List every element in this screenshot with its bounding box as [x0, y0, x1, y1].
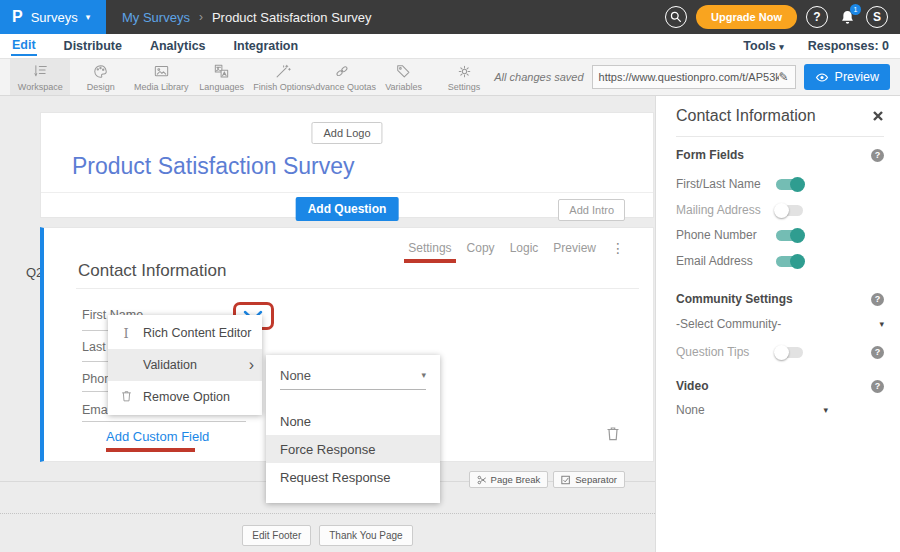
toolbar-item-advance-quotas[interactable]: Advance Quotas: [312, 59, 373, 95]
add-custom-field-link[interactable]: Add Custom Field: [106, 429, 209, 444]
autosave-status: All changes saved: [494, 71, 583, 83]
question-copy-action[interactable]: Copy: [467, 241, 495, 255]
video-select[interactable]: None ▾: [676, 403, 828, 417]
add-question-button[interactable]: Add Question: [296, 197, 399, 221]
tag-icon: [395, 63, 412, 80]
menu-item-validation[interactable]: Validation ›: [108, 349, 262, 381]
workspace-icon: [32, 63, 49, 80]
palette-icon: [92, 63, 109, 80]
submenu-arrow-icon: ›: [249, 357, 254, 373]
toggle-question-tips[interactable]: [776, 347, 803, 358]
brand-logo: P: [12, 8, 23, 26]
question-preview-action[interactable]: Preview: [553, 241, 596, 255]
tab-analytics[interactable]: Analytics: [149, 37, 207, 55]
form-fields-heading: Form Fields: [676, 148, 744, 162]
image-icon: [153, 63, 170, 80]
toolbar-item-variables[interactable]: Variables: [373, 59, 433, 95]
checkbox-icon: [561, 475, 571, 485]
toggle-first-last-name[interactable]: [776, 179, 803, 190]
menu-item-remove-option[interactable]: Remove Option: [108, 381, 262, 413]
notifications-button[interactable]: 1: [837, 6, 857, 28]
help-icon[interactable]: ?: [871, 346, 884, 359]
caret-down-icon: ▾: [823, 406, 828, 415]
field-email-line: [82, 421, 246, 422]
toggle-label-first-last-name: First/Last Name: [676, 177, 761, 191]
validation-option-none[interactable]: None: [266, 407, 440, 435]
question-logic-action[interactable]: Logic: [510, 241, 539, 255]
question-actions: Settings Copy Logic Preview ⋮: [408, 240, 625, 256]
field-options-menu: I Rich Content Editor Validation › Remov…: [108, 315, 262, 415]
separator-button[interactable]: Separator: [553, 471, 625, 488]
page-break-button[interactable]: Page Break: [469, 471, 549, 488]
divider: [676, 136, 884, 137]
edit-footer-button[interactable]: Edit Footer: [242, 525, 311, 546]
breadcrumb-separator: ›: [199, 10, 203, 24]
validation-option-request-response[interactable]: Request Response: [266, 463, 440, 491]
toolbar-item-finish-options[interactable]: Finish Options: [252, 59, 312, 95]
trash-icon: [118, 390, 134, 405]
validation-option-force-response[interactable]: Force Response: [266, 435, 440, 463]
toggle-label-mailing-address: Mailing Address: [676, 203, 761, 217]
thank-you-page-button[interactable]: Thank You Page: [319, 525, 412, 546]
divider: [76, 288, 639, 289]
product-switcher[interactable]: P Surveys ▾: [0, 0, 106, 34]
toolbar-item-settings[interactable]: Settings: [434, 59, 494, 95]
eye-icon: [815, 72, 829, 83]
text-cursor-icon: I: [118, 326, 134, 341]
toggle-email-address[interactable]: [776, 256, 803, 267]
responses-count[interactable]: Responses: 0: [808, 39, 889, 53]
breadcrumb-current-survey: Product Satisfaction Survey: [212, 10, 372, 25]
translate-icon: [213, 63, 230, 80]
tab-edit[interactable]: Edit: [11, 36, 37, 56]
survey-url-field[interactable]: https://www.questionpro.com/t/AP53kZgUI …: [592, 65, 796, 89]
toggle-label-phone-number: Phone Number: [676, 228, 757, 242]
tab-integration[interactable]: Integration: [233, 37, 300, 55]
community-settings-heading: Community Settings: [676, 292, 793, 306]
survey-title[interactable]: Product Satisfaction Survey: [72, 153, 355, 180]
search-icon: [670, 11, 682, 23]
magic-wand-icon: [274, 63, 291, 80]
close-panel-button[interactable]: [872, 110, 884, 122]
question-settings-panel: Contact Information Form Fields ? First/…: [655, 96, 900, 552]
toolbar-item-media-library[interactable]: Media Library: [131, 59, 191, 95]
chevron-down-icon: ▾: [86, 13, 91, 22]
question-settings-action[interactable]: Settings: [408, 241, 451, 255]
validation-select[interactable]: None ▾: [280, 368, 426, 390]
question-tips-label: Question Tips: [676, 345, 749, 359]
caret-down-icon: ▾: [421, 371, 426, 380]
preview-button[interactable]: Preview: [804, 64, 890, 90]
chevron-down-icon: ▾: [779, 42, 784, 52]
tools-dropdown[interactable]: Tools ▾: [743, 39, 783, 53]
survey-url: https://www.questionpro.com/t/AP53kZgUI: [593, 71, 779, 83]
menu-item-rich-content-editor[interactable]: I Rich Content Editor: [108, 317, 262, 349]
survey-nav-tabs: Edit Distribute Analytics Integration To…: [0, 34, 900, 58]
toggle-mailing-address[interactable]: [776, 205, 803, 216]
toolbar-item-workspace[interactable]: Workspace: [10, 59, 70, 95]
editor-toolbar: Workspace Design Media Library Languages…: [0, 58, 900, 96]
panel-title: Contact Information: [676, 107, 816, 125]
upgrade-now-button[interactable]: Upgrade Now: [696, 5, 797, 29]
toolbar-item-languages[interactable]: Languages: [191, 59, 251, 95]
kebab-menu-icon[interactable]: ⋮: [611, 240, 625, 256]
add-logo-button[interactable]: Add Logo: [311, 122, 382, 144]
scissors-icon: [477, 475, 487, 485]
avatar[interactable]: S: [866, 6, 888, 28]
top-actions: Upgrade Now ? 1 S: [665, 0, 900, 34]
edit-url-icon[interactable]: ✎: [779, 70, 795, 84]
add-intro-button[interactable]: Add Intro: [558, 199, 625, 221]
community-select[interactable]: -Select Community- ▾: [676, 317, 884, 331]
divider: [41, 192, 653, 193]
search-button[interactable]: [665, 6, 687, 28]
question-title[interactable]: Contact Information: [78, 261, 226, 281]
close-icon: [872, 110, 884, 122]
toggle-label-email-address: Email Address: [676, 254, 753, 268]
help-icon[interactable]: ?: [871, 293, 884, 306]
toggle-phone-number[interactable]: [776, 230, 803, 241]
toolbar-item-design[interactable]: Design: [70, 59, 130, 95]
tab-distribute[interactable]: Distribute: [63, 37, 123, 55]
delete-question-button[interactable]: [606, 426, 620, 445]
help-button[interactable]: ?: [806, 6, 828, 28]
help-icon[interactable]: ?: [871, 380, 884, 393]
help-icon[interactable]: ?: [871, 149, 884, 162]
breadcrumb-my-surveys[interactable]: My Surveys: [122, 10, 190, 25]
